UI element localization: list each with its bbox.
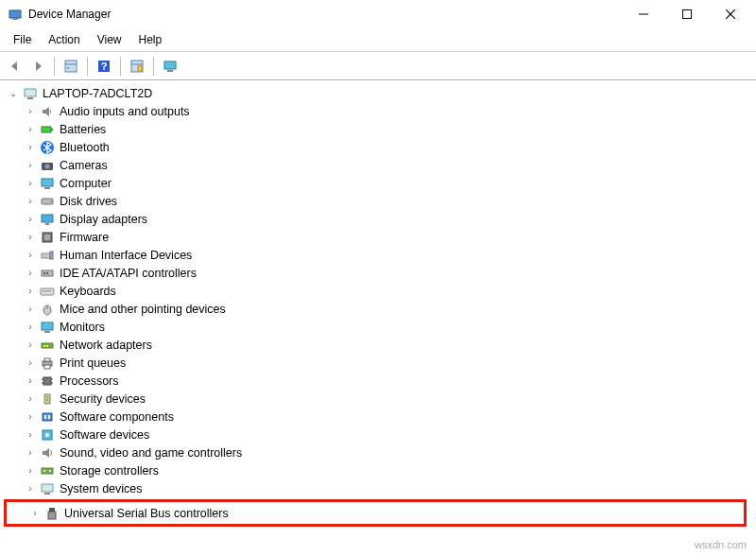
svg-point-63 bbox=[45, 433, 49, 437]
tree-node-storage-controllers[interactable]: › Storage controllers bbox=[2, 461, 754, 479]
tree-node-display-adapters[interactable]: › Display adapters bbox=[2, 210, 754, 228]
tree-node-monitors[interactable]: › Monitors bbox=[2, 318, 754, 336]
tree-node-firmware[interactable]: › Firmware bbox=[2, 228, 754, 246]
tree-node-label: Software devices bbox=[60, 428, 149, 442]
tree-node-keyboards[interactable]: › Keyboards bbox=[2, 282, 754, 300]
svg-rect-43 bbox=[42, 322, 53, 330]
chevron-right-icon[interactable]: › bbox=[25, 160, 36, 171]
chevron-right-icon[interactable]: › bbox=[25, 232, 36, 243]
device-tree[interactable]: ⌄ LAPTOP-7ADCLT2D › Audio inputs and out… bbox=[0, 80, 756, 553]
chevron-right-icon[interactable]: › bbox=[25, 465, 36, 477]
svg-rect-3 bbox=[683, 10, 692, 19]
tree-node-ide[interactable]: › IDE ATA/ATAPI controllers bbox=[2, 264, 754, 282]
tree-node-cameras[interactable]: › Cameras bbox=[2, 156, 754, 174]
tree-node-label: Batteries bbox=[60, 123, 106, 136]
close-button[interactable] bbox=[709, 0, 752, 28]
chevron-right-icon[interactable]: › bbox=[25, 411, 36, 423]
tree-node-usb-controllers[interactable]: › Universal Serial Bus controllers bbox=[7, 504, 744, 522]
display-adapter-icon bbox=[40, 212, 55, 227]
help-button[interactable]: ? bbox=[94, 57, 113, 76]
tree-node-mice[interactable]: › Mice and other pointing devices bbox=[2, 300, 754, 318]
tree-node-label: Bluetooth bbox=[60, 141, 110, 154]
svg-rect-31 bbox=[42, 253, 50, 258]
svg-rect-24 bbox=[44, 187, 50, 189]
menu-action[interactable]: Action bbox=[41, 30, 87, 49]
svg-point-58 bbox=[46, 399, 48, 401]
menu-help[interactable]: Help bbox=[131, 30, 170, 49]
chevron-right-icon[interactable]: › bbox=[25, 214, 36, 225]
svg-rect-6 bbox=[65, 61, 77, 72]
window-title: Device Manager bbox=[28, 8, 622, 21]
chevron-right-icon[interactable]: › bbox=[25, 339, 36, 351]
minimize-button[interactable] bbox=[622, 0, 665, 28]
tree-root[interactable]: ⌄ LAPTOP-7ADCLT2D bbox=[2, 84, 754, 102]
chevron-down-icon[interactable]: ⌄ bbox=[8, 88, 19, 99]
tree-node-software-components[interactable]: › Software components bbox=[2, 408, 754, 426]
show-hidden-button[interactable] bbox=[61, 57, 80, 76]
svg-rect-34 bbox=[43, 272, 45, 274]
firmware-icon bbox=[40, 230, 55, 245]
tree-node-batteries[interactable]: › Batteries bbox=[2, 120, 754, 138]
mouse-icon bbox=[40, 302, 55, 317]
svg-rect-18 bbox=[42, 127, 51, 132]
tree-node-label: Mice and other pointing devices bbox=[60, 303, 226, 316]
svg-point-65 bbox=[43, 470, 45, 472]
tree-node-disk-drives[interactable]: › Disk drives bbox=[2, 192, 754, 210]
chevron-right-icon[interactable]: › bbox=[25, 321, 36, 333]
svg-rect-38 bbox=[45, 290, 47, 292]
svg-point-22 bbox=[45, 164, 50, 168]
maximize-button[interactable] bbox=[665, 0, 709, 28]
chevron-right-icon[interactable]: › bbox=[25, 483, 36, 495]
svg-rect-44 bbox=[44, 331, 50, 333]
tree-node-label: Print queues bbox=[60, 356, 126, 370]
chevron-right-icon[interactable]: › bbox=[29, 508, 41, 519]
titlebar: Device Manager bbox=[0, 0, 756, 28]
tree-node-sound-video-game[interactable]: › Sound, video and game controllers bbox=[2, 443, 754, 461]
svg-rect-30 bbox=[44, 235, 50, 240]
tree-node-processors[interactable]: › Processors bbox=[2, 372, 754, 390]
chevron-right-icon[interactable]: › bbox=[25, 447, 36, 459]
chevron-right-icon[interactable]: › bbox=[25, 429, 36, 441]
chevron-right-icon[interactable]: › bbox=[25, 286, 36, 297]
chevron-right-icon[interactable]: › bbox=[25, 196, 36, 207]
tree-node-print-queues[interactable]: › Print queues bbox=[2, 354, 754, 372]
chevron-right-icon[interactable]: › bbox=[25, 142, 36, 153]
chevron-right-icon[interactable]: › bbox=[25, 393, 36, 405]
speaker-icon bbox=[40, 104, 55, 119]
tree-node-security[interactable]: › Security devices bbox=[2, 390, 754, 408]
forward-button[interactable] bbox=[28, 57, 47, 76]
tree-node-software-devices[interactable]: › Software devices bbox=[2, 426, 754, 443]
back-button[interactable] bbox=[6, 57, 25, 76]
tree-node-network[interactable]: › Network adapters bbox=[2, 336, 754, 354]
tree-node-label: Firmware bbox=[60, 231, 109, 244]
menubar: File Action View Help bbox=[0, 28, 756, 52]
tree-node-audio[interactable]: › Audio inputs and outputs bbox=[2, 102, 754, 120]
svg-rect-35 bbox=[46, 272, 48, 274]
tree-node-bluetooth[interactable]: › Bluetooth bbox=[2, 138, 754, 156]
sound-icon bbox=[40, 445, 55, 460]
svg-rect-39 bbox=[47, 290, 49, 292]
svg-rect-56 bbox=[44, 394, 50, 404]
chevron-right-icon[interactable]: › bbox=[25, 106, 36, 117]
tree-node-hid[interactable]: › Human Interface Devices bbox=[2, 246, 754, 264]
window-controls bbox=[622, 0, 752, 28]
tree-node-computer[interactable]: › Computer bbox=[2, 174, 754, 192]
watermark: wsxdn.com bbox=[695, 539, 747, 550]
scan-button[interactable] bbox=[128, 57, 146, 76]
tree-node-system-devices[interactable]: › System devices bbox=[2, 479, 754, 497]
tree-node-label: Storage controllers bbox=[60, 464, 159, 478]
chevron-right-icon[interactable]: › bbox=[25, 304, 36, 315]
tree-node-label: IDE ATA/ATAPI controllers bbox=[60, 267, 197, 280]
menu-view[interactable]: View bbox=[90, 30, 129, 49]
chevron-right-icon[interactable]: › bbox=[25, 124, 36, 135]
svg-rect-28 bbox=[45, 223, 49, 225]
chevron-right-icon[interactable]: › bbox=[25, 357, 36, 369]
chevron-right-icon[interactable]: › bbox=[25, 375, 36, 387]
chevron-right-icon[interactable]: › bbox=[25, 250, 36, 261]
devices-button[interactable] bbox=[161, 57, 180, 76]
svg-rect-23 bbox=[42, 179, 53, 186]
security-icon bbox=[40, 391, 55, 407]
chevron-right-icon[interactable]: › bbox=[25, 268, 36, 279]
menu-file[interactable]: File bbox=[6, 30, 39, 49]
chevron-right-icon[interactable]: › bbox=[25, 178, 36, 189]
